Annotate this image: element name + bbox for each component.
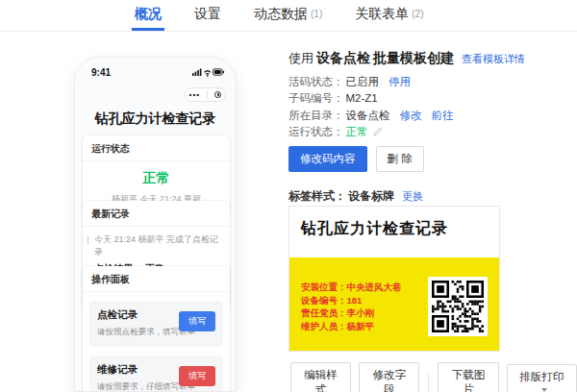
usage-template-name: 设备点检 xyxy=(316,50,370,65)
status-icons xyxy=(192,67,225,77)
edit-pencil-icon[interactable] xyxy=(373,127,383,136)
wifi-icon xyxy=(205,71,211,74)
tab-related-forms-label: 关联表单 xyxy=(355,6,409,23)
latest-record-header: 最新记录 xyxy=(83,201,230,227)
label-style-label: 标签样式： xyxy=(288,188,346,205)
phone-status-bar: 9:41 xyxy=(91,66,225,78)
label-yellow-area: 安装位置：中央进风大巷 设备编号：181 责任党员：李小刚 维护人员：杨新平 xyxy=(289,257,499,351)
detail-rows: 活码状态： 已启用 停用 子码编号： M2-Z1 所在目录： 设备点检 修改 前… xyxy=(288,73,454,140)
label-field-location: 安装位置：中央进风大巷 xyxy=(301,281,402,294)
page: 概况 设置 动态数据 (1) 关联表单 (2) 9:41 xyxy=(0,0,577,392)
subcode-value: M2-Z1 xyxy=(346,92,378,104)
qr-code xyxy=(428,277,488,336)
running-status-label: 运行状态： xyxy=(288,126,344,137)
usage-summary: 使用设备点检批量模板创建查看模板详情 xyxy=(288,50,525,67)
subcode-row: 子码编号： M2-Z1 xyxy=(288,90,454,108)
directory-value: 设备点检 xyxy=(346,110,390,121)
delete-button[interactable]: 删 除 xyxy=(376,146,424,172)
operation-panel-card: 操作面板 点检记录 请按照点检要求，填写表单 填写 维修记录 请按照要求，仔细填… xyxy=(83,266,230,392)
qr-status-value: 已启用 xyxy=(346,76,380,87)
phone-preview: 9:41 ••• xyxy=(74,57,237,392)
record-line: 今天 21:24 杨新平 完成了点检记录 xyxy=(94,233,221,258)
edit-style-button[interactable]: 编辑样式 xyxy=(290,362,351,392)
usage-suffix: 批量模板创建 xyxy=(373,50,454,65)
battery-icon xyxy=(213,69,224,75)
tab-related-forms-count: (2) xyxy=(412,9,423,19)
label-field-maintainer: 维护人员：杨新平 xyxy=(301,320,402,333)
directory-label: 所在目录： xyxy=(288,110,344,121)
download-image-label: 下载图片 xyxy=(452,369,486,392)
signal-icon xyxy=(192,68,201,76)
run-status-value: 正常 xyxy=(83,170,230,187)
capsule-divider xyxy=(207,90,208,99)
qr-status-label: 活码状态： xyxy=(288,76,344,87)
phone-page-title: 钻孔应力计检查记录 xyxy=(75,110,236,128)
tab-settings-label: 设置 xyxy=(194,6,221,23)
run-status-header: 运行状态 xyxy=(83,135,230,161)
subcode-label: 子码编号： xyxy=(288,92,344,104)
modify-fields-button[interactable]: 修改字段 xyxy=(359,362,419,392)
running-status-row: 运行状态： 正常 xyxy=(288,124,454,141)
tab-related-forms[interactable]: 关联表单 (2) xyxy=(352,0,426,31)
inspection-record-item: 点检记录 请按照点检要求，填写表单 填写 xyxy=(89,301,223,347)
running-status-value: 正常 xyxy=(346,126,368,137)
qr-code-pattern xyxy=(432,281,484,332)
label-actions: 编辑样式 修改字段 下载图片 排版打印 xyxy=(290,362,577,392)
label-field-responsible: 责任党员：李小刚 xyxy=(301,306,402,320)
label-style-row: 标签样式： 设备标牌 更换 xyxy=(288,188,423,205)
layout-print-label: 排版打印 xyxy=(519,371,564,382)
repair-fill-button[interactable]: 填写 xyxy=(179,366,215,386)
tab-settings[interactable]: 设置 xyxy=(191,0,224,31)
label-field-device-no: 设备编号：181 xyxy=(301,294,402,307)
tab-dynamic-data-label: 动态数据 xyxy=(254,6,308,23)
tab-overview-label: 概况 xyxy=(135,6,162,23)
timeline-tick xyxy=(88,236,88,244)
modify-code-content-button[interactable]: 修改码内容 xyxy=(288,146,367,172)
qr-status-row: 活码状态： 已启用 停用 xyxy=(288,73,454,90)
more-dots-icon[interactable]: ••• xyxy=(189,91,200,99)
tab-dynamic-data[interactable]: 动态数据 (1) xyxy=(251,0,325,31)
actions-divider xyxy=(428,373,429,392)
repair-record-item: 维修记录 请按照要求，仔细填写表单 填写 xyxy=(89,355,223,392)
directory-row: 所在目录： 设备点检 修改 前往 xyxy=(288,107,454,124)
download-image-button[interactable]: 下载图片 xyxy=(438,362,498,392)
tab-bar: 概况 设置 动态数据 (1) 关联表单 (2) xyxy=(0,0,577,32)
tab-dynamic-data-count: (1) xyxy=(311,9,322,19)
goto-directory-link[interactable]: 前往 xyxy=(432,110,454,121)
close-target-icon[interactable] xyxy=(214,91,221,98)
change-label-style-link[interactable]: 更换 xyxy=(402,189,423,204)
label-preview-card: 钻孔应力计检查记录 安装位置：中央进风大巷 设备编号：181 责任党员：李小刚 … xyxy=(288,206,500,352)
label-style-value: 设备标牌 xyxy=(348,188,394,205)
view-template-details-link[interactable]: 查看模板详情 xyxy=(462,53,525,64)
layout-print-button[interactable]: 排版打印 xyxy=(507,364,577,392)
modify-directory-link[interactable]: 修改 xyxy=(400,110,422,121)
label-fields: 安装位置：中央进风大巷 设备编号：181 责任党员：李小刚 维护人员：杨新平 xyxy=(301,281,402,332)
detail-buttons: 修改码内容 删 除 xyxy=(288,146,424,172)
usage-prefix: 使用 xyxy=(288,51,314,65)
status-time: 9:41 xyxy=(91,67,111,78)
label-preview-title: 钻孔应力计检查记录 xyxy=(289,207,499,239)
miniprogram-capsule: ••• xyxy=(185,87,226,102)
operation-panel-header: 操作面板 xyxy=(83,266,230,292)
chevron-down-icon xyxy=(541,388,547,392)
tab-overview[interactable]: 概况 xyxy=(132,0,164,31)
inspection-fill-button[interactable]: 填写 xyxy=(179,311,215,331)
disable-link[interactable]: 停用 xyxy=(389,76,411,87)
